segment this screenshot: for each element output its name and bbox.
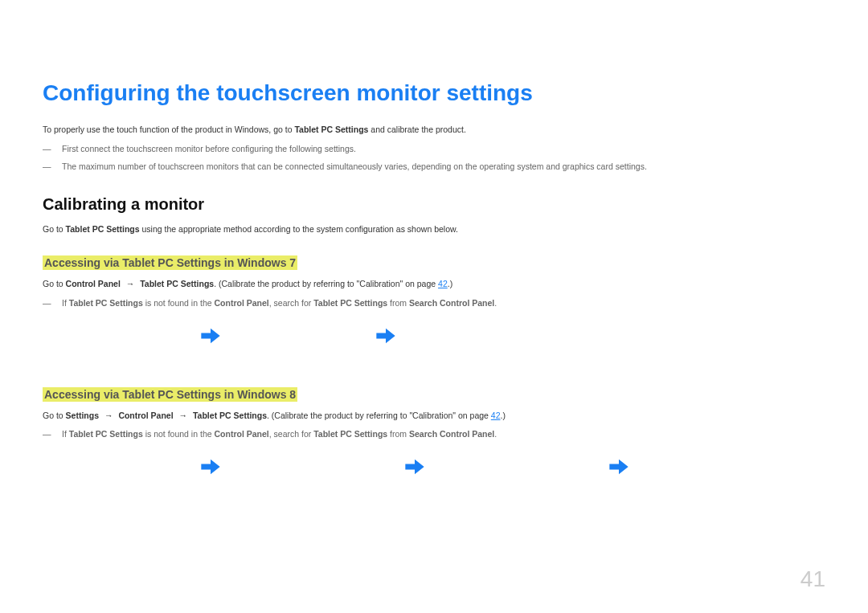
note-1: ―First connect the touchscreen monitor b… — [43, 143, 825, 156]
win8-note-b4: Search Control Panel — [409, 429, 494, 439]
win7-section: Accessing via Tablet PC Settings in Wind… — [43, 251, 825, 350]
note-2: ―The maximum number of touchscreen monit… — [43, 161, 825, 174]
win8-note-mid2: , search for — [269, 429, 313, 439]
win8-body-end: .) — [501, 411, 506, 420]
intro-text-before: To properly use the touch function of th… — [43, 125, 294, 134]
win8-note-pre: If — [62, 429, 69, 439]
win8-body-pre: Go to — [43, 411, 66, 420]
arrow-right-icon — [375, 325, 397, 350]
win8-note-mid1: is not found in the — [143, 429, 215, 439]
page-link-42[interactable]: 42 — [438, 279, 448, 288]
arrow-char: → — [124, 279, 137, 288]
note-1-text: First connect the touchscreen monitor be… — [62, 144, 356, 153]
win7-body-end: .) — [448, 279, 452, 288]
section-heading-calibrating: Calibrating a monitor — [43, 195, 825, 214]
win8-body-b2: Control Panel — [118, 411, 173, 420]
win8-body-b1: Settings — [66, 411, 99, 420]
note-2-text: The maximum number of touchscreen monito… — [62, 161, 647, 171]
win8-body-b3: Tablet PC Settings — [193, 411, 267, 420]
arrow-char: → — [177, 411, 190, 420]
win8-note-b3: Tablet PC Settings — [313, 429, 387, 439]
win8-body-post: . (Calibrate the product by referring to… — [267, 411, 491, 420]
arrow-char: → — [102, 411, 115, 420]
win8-note-b1: Tablet PC Settings — [69, 429, 143, 439]
win7-note-mid2: , search for — [269, 298, 313, 308]
arrow-right-icon — [403, 456, 426, 481]
win8-note-mid3: from — [387, 429, 409, 439]
intro-bold: Tablet PC Settings — [294, 125, 368, 134]
subintro-after: using the appropriate method according t… — [140, 224, 458, 234]
em-dash-icon: ― — [43, 297, 62, 310]
win7-arrow-row — [199, 325, 825, 350]
win7-note-b2: Control Panel — [214, 298, 268, 308]
win8-note-b2: Control Panel — [214, 429, 268, 439]
win7-body-b2: Tablet PC Settings — [140, 279, 214, 288]
page-title: Configuring the touchscreen monitor sett… — [43, 80, 825, 106]
win7-note-b1: Tablet PC Settings — [69, 298, 143, 308]
win7-note-b3: Tablet PC Settings — [313, 298, 387, 308]
arrow-right-icon — [199, 456, 222, 481]
win8-body: Go to Settings → Control Panel → Tablet … — [43, 410, 825, 423]
arrow-right-icon — [608, 456, 630, 481]
win7-note-mid3: from — [387, 298, 409, 308]
win7-note-mid1: is not found in the — [143, 298, 215, 308]
subintro-before: Go to — [43, 224, 66, 234]
intro-paragraph: To properly use the touch function of th… — [43, 124, 825, 137]
win7-body-post: . (Calibrate the product by referring to… — [214, 279, 438, 288]
win7-body-b1: Control Panel — [66, 279, 121, 288]
win7-note-b4: Search Control Panel — [409, 298, 494, 308]
arrow-right-icon — [199, 325, 222, 350]
intro-text-after: and calibrate the product. — [368, 125, 465, 134]
subintro-bold: Tablet PC Settings — [66, 224, 140, 234]
win8-note: ―If Tablet PC Settings is not found in t… — [43, 428, 825, 441]
win7-note-pre: If — [62, 298, 69, 308]
win8-note-end: . — [494, 429, 497, 439]
em-dash-icon: ― — [43, 143, 62, 156]
page-number: 41 — [800, 566, 825, 592]
page-link-42[interactable]: 42 — [491, 411, 501, 420]
win8-heading: Accessing via Tablet PC Settings in Wind… — [43, 387, 297, 402]
win8-section: Accessing via Tablet PC Settings in Wind… — [43, 382, 825, 482]
subintro-text: Go to Tablet PC Settings using the appro… — [43, 223, 825, 236]
em-dash-icon: ― — [43, 161, 62, 174]
win7-heading: Accessing via Tablet PC Settings in Wind… — [43, 255, 297, 270]
em-dash-icon: ― — [43, 428, 62, 441]
win8-arrow-row — [199, 456, 825, 481]
win7-body-pre: Go to — [43, 279, 66, 288]
win7-note: ―If Tablet PC Settings is not found in t… — [43, 297, 825, 310]
win7-note-end: . — [494, 298, 497, 308]
win7-body: Go to Control Panel → Tablet PC Settings… — [43, 278, 825, 291]
